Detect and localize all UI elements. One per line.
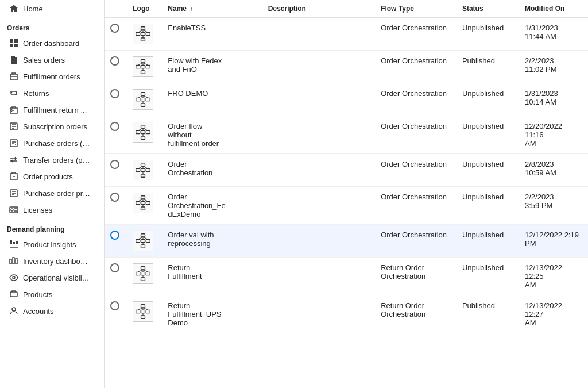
sidebar-item-product-insights[interactable]: Product insights	[2, 236, 102, 252]
svg-rect-91	[141, 278, 145, 281]
table-row[interactable]: Order flow without fulfillment order Ord…	[105, 116, 588, 154]
col-header-name[interactable]: Name ↑	[162, 0, 262, 18]
sidebar-item-subscription-orders[interactable]: Subscription orders	[2, 118, 102, 135]
svg-rect-20	[16, 259, 17, 264]
row-modified-on-cell: 2/2/2023 11:02 PM	[519, 51, 588, 83]
row-description-cell	[262, 295, 375, 333]
svg-rect-54	[146, 130, 150, 133]
sidebar-item-products[interactable]: Products	[2, 286, 102, 302]
svg-point-9	[15, 144, 16, 145]
accounts-label: Accounts	[23, 307, 53, 316]
svg-rect-36	[146, 65, 150, 68]
svg-rect-14	[10, 240, 12, 244]
svg-rect-87	[141, 267, 145, 270]
row-radio-button[interactable]	[110, 24, 119, 33]
sidebar-item-purchase-order-pr[interactable]: Purchase order pr…	[2, 185, 102, 201]
row-flow-type-cell: Order Orchestration	[375, 51, 457, 83]
row-radio-button[interactable]	[110, 193, 119, 202]
sidebar-item-fulfillment-return[interactable]: Fulfillment return ...	[2, 102, 102, 118]
table-row[interactable]: EnableTSS Order Orchestration Unpublishe…	[105, 18, 588, 51]
table-row[interactable]: Order Orchestration_Fe dExDemo Order Orc…	[105, 187, 588, 225]
svg-rect-69	[141, 196, 145, 199]
row-status-cell: Unpublished	[457, 18, 519, 51]
flow-logo-icon	[133, 89, 153, 110]
row-flow-type-cell: Return Order Orchestration	[375, 258, 457, 295]
row-flow-type-cell: Order Orchestration	[375, 154, 457, 187]
main-content: Logo Name ↑ Description Flow Type Status…	[105, 0, 588, 388]
sidebar-item-licenses[interactable]: Licenses	[2, 202, 102, 218]
svg-rect-44	[141, 98, 145, 101]
row-description-cell	[262, 51, 375, 83]
sidebar-item-operational-visib[interactable]: Operational visibil…	[2, 270, 102, 286]
svg-rect-27	[146, 32, 150, 35]
po-pr-icon	[9, 189, 18, 198]
svg-rect-46	[141, 103, 145, 106]
svg-point-13	[11, 209, 13, 211]
table-row[interactable]: Return Fulfillment Return Order Orchestr…	[105, 258, 588, 295]
product-icon	[9, 290, 18, 299]
row-logo-cell	[127, 83, 162, 116]
svg-point-21	[13, 276, 15, 279]
table-row[interactable]: Order Orchestration Order Orchestration …	[105, 154, 588, 187]
row-radio-button[interactable]	[110, 301, 119, 310]
sidebar-item-home[interactable]: Home	[2, 1, 102, 17]
table-row[interactable]: Order val with reprocessing Order Orches…	[105, 225, 588, 258]
sidebar-item-accounts[interactable]: Accounts	[2, 303, 102, 319]
sidebar-item-transfer-orders[interactable]: Transfer orders (p…	[2, 152, 102, 168]
svg-rect-99	[146, 310, 150, 313]
svg-rect-33	[141, 60, 145, 63]
chart2-icon	[9, 256, 18, 266]
row-status-cell: Unpublished	[457, 83, 519, 116]
row-modified-on-cell: 2/8/2023 10:59 AM	[519, 154, 588, 187]
row-modified-on-cell: 12/20/2022 11:16 AM	[519, 116, 588, 154]
flow-logo-icon	[133, 263, 153, 284]
purchase-orders-label: Purchase orders (…	[23, 139, 90, 148]
row-flow-type-cell: Return Order Orchestration	[375, 295, 457, 333]
sidebar-item-purchase-orders[interactable]: Purchase orders (…	[2, 135, 102, 151]
row-description-cell	[262, 225, 375, 258]
row-name-cell: Return Fulfillment_UPS Demo	[162, 295, 262, 333]
sidebar-item-sales-orders[interactable]: Sales orders	[2, 52, 102, 68]
svg-rect-64	[141, 174, 145, 177]
row-modified-on-cell: 12/12/2022 2:19 PM	[519, 225, 588, 258]
sidebar-item-fulfillment-orders[interactable]: Fulfillment orders	[2, 68, 102, 84]
svg-rect-4	[10, 74, 17, 80]
sidebar-item-returns[interactable]: Returns	[2, 85, 102, 101]
svg-rect-63	[146, 168, 150, 171]
row-status-cell: Published	[457, 51, 519, 83]
svg-rect-88	[136, 272, 140, 275]
svg-rect-96	[141, 305, 145, 308]
svg-rect-71	[141, 201, 145, 204]
row-name-cell: Return Fulfillment	[162, 258, 262, 295]
sidebar-item-order-dashboard[interactable]: Order dashboard	[2, 35, 102, 51]
table-row[interactable]: Flow with Fedex and FnO Order Orchestrat…	[105, 51, 588, 83]
row-status-cell: Unpublished	[457, 154, 519, 187]
row-radio-button[interactable]	[110, 231, 119, 240]
table-row[interactable]: FRO DEMO Order Orchestration Unpublished…	[105, 83, 588, 116]
svg-rect-34	[136, 65, 140, 68]
row-radio-button[interactable]	[110, 160, 119, 169]
return-box-icon	[9, 105, 18, 114]
svg-rect-28	[141, 38, 145, 41]
sidebar-item-order-products[interactable]: Order products	[2, 168, 102, 185]
transfer-icon	[9, 155, 18, 164]
row-radio-button[interactable]	[110, 89, 119, 98]
row-description-cell	[262, 154, 375, 187]
flow-logo-icon	[133, 301, 153, 322]
row-name-cell: Order val with reprocessing	[162, 225, 262, 258]
row-logo-cell	[127, 187, 162, 225]
demand-planning-section-header: Demand planning	[0, 218, 104, 236]
table-row[interactable]: Return Fulfillment_UPS Demo Return Order…	[105, 295, 588, 333]
returns-label: Returns	[23, 89, 49, 98]
row-description-cell	[262, 83, 375, 116]
svg-rect-0	[10, 39, 13, 43]
svg-rect-78	[141, 234, 145, 237]
svg-rect-60	[141, 163, 145, 166]
sidebar-item-inventory-dashbo[interactable]: Inventory dashbo…	[2, 253, 102, 269]
row-name-cell: Order Orchestration_Fe dExDemo	[162, 187, 262, 225]
row-radio-button[interactable]	[110, 263, 119, 272]
row-radio-cell	[105, 187, 127, 225]
row-radio-button[interactable]	[110, 122, 119, 131]
row-radio-button[interactable]	[110, 56, 119, 66]
svg-rect-72	[146, 201, 150, 204]
